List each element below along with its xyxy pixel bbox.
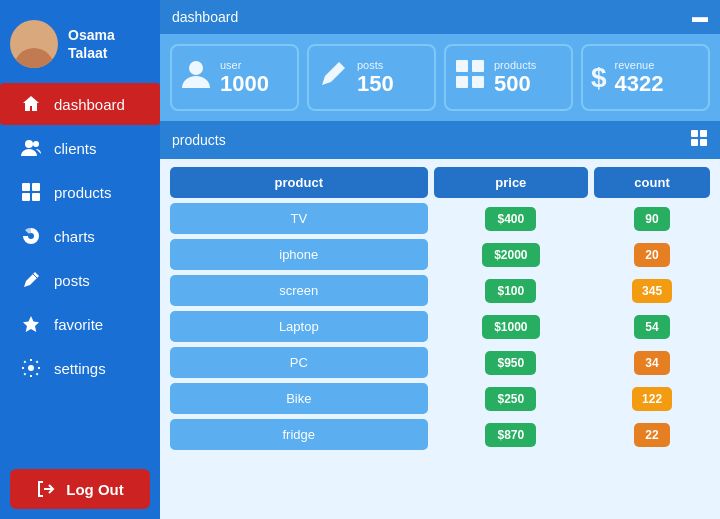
table-rows-container: TV $400 90 iphone $2000 20 screen $100 3…	[170, 203, 710, 450]
td-count: 90	[594, 207, 710, 231]
td-price: $2000	[434, 243, 589, 267]
svg-rect-20	[700, 139, 707, 146]
posts-stat-icon	[317, 58, 349, 97]
price-badge: $2000	[482, 243, 539, 267]
stat-card-posts: posts 150	[307, 44, 436, 111]
svg-rect-5	[32, 183, 40, 191]
td-price: $100	[434, 279, 589, 303]
table-row: TV $400 90	[170, 203, 710, 234]
td-product-name: fridge	[170, 419, 428, 450]
sidebar-item-favorite[interactable]: favorite	[0, 303, 160, 345]
table-row: fridge $870 22	[170, 419, 710, 450]
products-section-header: products	[160, 121, 720, 159]
clients-icon	[20, 137, 42, 159]
td-price: $1000	[434, 315, 589, 339]
table-row: Laptop $1000 54	[170, 311, 710, 342]
count-badge: 54	[634, 315, 670, 339]
svg-rect-17	[691, 130, 698, 137]
td-price: $250	[434, 387, 589, 411]
revenue-stat-label: revenue	[615, 59, 664, 71]
td-product-name: Laptop	[170, 311, 428, 342]
avatar	[10, 20, 58, 68]
posts-icon	[20, 269, 42, 291]
charts-icon	[20, 225, 42, 247]
products-stat-value: 500	[494, 71, 536, 97]
settings-icon	[20, 357, 42, 379]
svg-point-2	[25, 140, 33, 148]
price-badge: $870	[485, 423, 536, 447]
products-stat-label: products	[494, 59, 536, 71]
table-row: iphone $2000 20	[170, 239, 710, 270]
td-product-name: PC	[170, 347, 428, 378]
price-badge: $100	[485, 279, 536, 303]
stat-card-user: user 1000	[170, 44, 299, 111]
products-icon	[20, 181, 42, 203]
svg-rect-13	[456, 60, 468, 72]
profile-name: Osama Talaat	[68, 26, 115, 62]
td-count: 20	[594, 243, 710, 267]
products-section: products product price count TV	[160, 121, 720, 519]
svg-point-12	[189, 61, 203, 75]
user-stat-value: 1000	[220, 71, 269, 97]
svg-point-3	[33, 141, 39, 147]
svg-rect-4	[22, 183, 30, 191]
stat-card-products: products 500	[444, 44, 573, 111]
table-row: Bike $250 122	[170, 383, 710, 414]
posts-stat-value: 150	[357, 71, 394, 97]
sidebar-item-clients[interactable]: clients	[0, 127, 160, 169]
th-price: price	[434, 167, 589, 198]
nav-list: dashboard clients	[0, 83, 160, 459]
revenue-stat-icon: $	[591, 62, 607, 94]
td-count: 22	[594, 423, 710, 447]
products-stat-icon	[454, 58, 486, 97]
price-badge: $1000	[482, 315, 539, 339]
th-product: product	[170, 167, 428, 198]
td-price: $870	[434, 423, 589, 447]
svg-point-0	[14, 48, 54, 68]
svg-point-8	[28, 233, 34, 239]
logout-button[interactable]: Log Out	[10, 469, 150, 509]
dashboard-header: dashboard ▬	[160, 0, 720, 34]
sidebar-item-charts[interactable]: charts	[0, 215, 160, 257]
profile-area: Osama Talaat	[0, 10, 160, 83]
revenue-stat-value: 4322	[615, 71, 664, 97]
stats-area: user 1000 posts 150	[160, 34, 720, 121]
count-badge: 22	[634, 423, 670, 447]
td-product-name: Bike	[170, 383, 428, 414]
td-product-name: TV	[170, 203, 428, 234]
svg-marker-10	[23, 316, 39, 332]
svg-point-11	[28, 365, 34, 371]
count-badge: 345	[632, 279, 672, 303]
user-stat-label: user	[220, 59, 269, 71]
td-product-name: screen	[170, 275, 428, 306]
price-badge: $950	[485, 351, 536, 375]
home-icon	[20, 93, 42, 115]
count-badge: 122	[632, 387, 672, 411]
svg-rect-7	[32, 193, 40, 201]
th-count: count	[594, 167, 710, 198]
sidebar-item-products[interactable]: products	[0, 171, 160, 213]
price-badge: $250	[485, 387, 536, 411]
user-stat-icon	[180, 58, 212, 97]
td-count: 345	[594, 279, 710, 303]
table-header-row: product price count	[170, 167, 710, 198]
svg-rect-6	[22, 193, 30, 201]
svg-rect-15	[456, 76, 468, 88]
svg-point-1	[24, 28, 44, 48]
count-badge: 20	[634, 243, 670, 267]
td-count: 54	[594, 315, 710, 339]
sidebar-item-settings[interactable]: settings	[0, 347, 160, 389]
products-header-icon	[690, 129, 708, 151]
sidebar-item-posts[interactable]: posts	[0, 259, 160, 301]
products-table-area: product price count TV $400 90 iphone $2…	[160, 159, 720, 519]
stat-card-revenue: $ revenue 4322	[581, 44, 710, 111]
dashboard-header-icon: ▬	[692, 8, 708, 26]
sidebar-item-dashboard[interactable]: dashboard	[0, 83, 160, 125]
main-content: dashboard ▬ user 1000 posts	[160, 0, 720, 519]
svg-rect-19	[691, 139, 698, 146]
svg-rect-14	[472, 60, 484, 72]
price-badge: $400	[485, 207, 536, 231]
favorite-icon	[20, 313, 42, 335]
td-price: $950	[434, 351, 589, 375]
sidebar: Osama Talaat dashboard clients	[0, 0, 160, 519]
